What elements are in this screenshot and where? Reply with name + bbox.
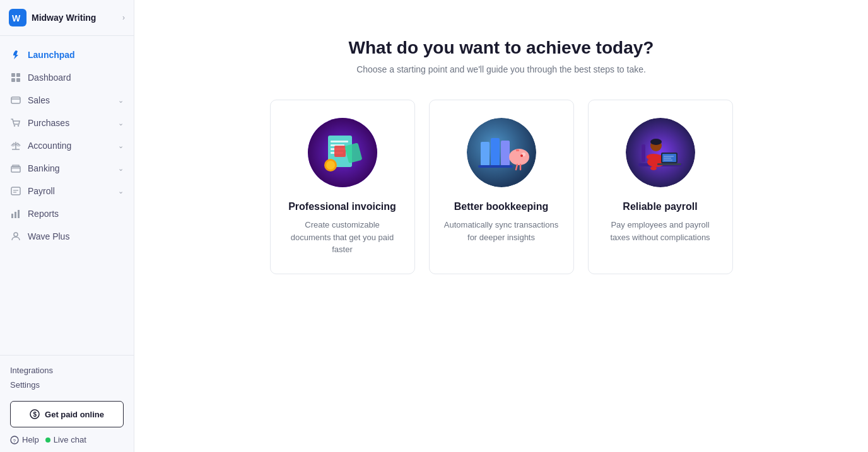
- bank-icon: [10, 163, 21, 174]
- help-icon: ?: [10, 436, 19, 444]
- page-subtitle: Choose a starting point and we'll guide …: [356, 64, 646, 74]
- sidebar-item-reports[interactable]: Reports: [0, 202, 134, 225]
- svg-point-9: [18, 125, 19, 126]
- svg-rect-29: [331, 141, 348, 142]
- sales-chevron-icon: ⌄: [118, 96, 124, 105]
- help-button[interactable]: ? Help: [10, 435, 39, 444]
- svg-rect-20: [15, 212, 16, 218]
- live-chat-label: Live chat: [54, 435, 86, 444]
- company-info[interactable]: W Midway Writing: [9, 9, 96, 26]
- svg-rect-44: [516, 149, 519, 151]
- sidebar-item-purchases-label: Purchases: [28, 118, 69, 128]
- payroll-title: Reliable payroll: [623, 201, 697, 212]
- banking-chevron-icon: ⌄: [118, 165, 124, 173]
- svg-rect-50: [642, 144, 645, 162]
- svg-rect-16: [11, 187, 20, 195]
- main-content: What do you want to achieve today? Choos…: [134, 0, 868, 452]
- sidebar-item-sales[interactable]: Sales ⌄: [0, 89, 134, 112]
- rocket-icon: [10, 49, 21, 61]
- scale-icon: [10, 140, 21, 151]
- card-bookkeeping[interactable]: Better bookkeeping Automatically sync tr…: [429, 100, 574, 274]
- sidebar-item-launchpad-label: Launchpad: [28, 50, 75, 60]
- payroll-chevron-icon: ⌄: [118, 187, 124, 195]
- invoicing-title: Professional invoicing: [288, 201, 396, 212]
- svg-rect-3: [16, 73, 20, 77]
- svg-rect-5: [16, 78, 20, 82]
- cards-container: Professional invoicing Create customizab…: [270, 100, 733, 274]
- sidebar-item-banking-label: Banking: [28, 163, 60, 173]
- sidebar-item-accounting[interactable]: Accounting ⌄: [0, 134, 134, 157]
- cart-icon: [10, 117, 21, 129]
- chart-icon: [10, 208, 21, 219]
- company-expand-icon[interactable]: ›: [122, 13, 125, 22]
- sidebar-item-dashboard-label: Dashboard: [28, 72, 71, 83]
- svg-rect-56: [657, 163, 681, 165]
- bookkeeping-title: Better bookkeeping: [454, 201, 548, 212]
- svg-point-35: [326, 161, 335, 170]
- card-payroll[interactable]: Reliable payroll Pay employees and payro…: [588, 100, 733, 274]
- sidebar-item-purchases[interactable]: Purchases ⌄: [0, 112, 134, 134]
- svg-point-53: [650, 139, 662, 145]
- sidebar-item-payroll[interactable]: Payroll ⌄: [0, 180, 134, 202]
- svg-point-47: [520, 154, 523, 157]
- sidebar-item-dashboard[interactable]: Dashboard: [0, 66, 134, 89]
- svg-rect-4: [11, 78, 15, 82]
- sidebar: W Midway Writing › Launchpad: [0, 0, 134, 452]
- settings-link[interactable]: Settings: [10, 378, 124, 392]
- sidebar-item-banking[interactable]: Banking ⌄: [0, 157, 134, 180]
- sidebar-item-accounting-label: Accounting: [28, 141, 71, 151]
- svg-rect-19: [11, 214, 13, 218]
- svg-rect-2: [11, 73, 15, 77]
- svg-rect-6: [11, 97, 20, 103]
- svg-rect-40: [501, 141, 510, 166]
- wave-logo-icon: W: [9, 9, 26, 26]
- sidebar-header[interactable]: W Midway Writing ›: [0, 0, 134, 36]
- accounting-chevron-icon: ⌄: [118, 142, 124, 150]
- person-icon: [10, 231, 21, 242]
- help-label: Help: [22, 435, 39, 444]
- svg-point-8: [14, 125, 15, 126]
- svg-point-60: [650, 166, 657, 170]
- footer-links: Integrations Settings: [10, 363, 124, 392]
- svg-point-48: [626, 118, 695, 187]
- svg-rect-38: [481, 142, 490, 166]
- grid-icon: [10, 72, 21, 83]
- page-title: What do you want to achieve today?: [349, 38, 654, 58]
- sidebar-item-wave-plus[interactable]: Wave Plus: [0, 225, 134, 248]
- payroll-desc: Pay employees and payroll taxes without …: [602, 219, 718, 243]
- online-indicator: [45, 438, 50, 443]
- bookkeeping-desc: Automatically sync transactions for deep…: [443, 219, 560, 243]
- sidebar-item-wave-plus-label: Wave Plus: [28, 231, 69, 241]
- sidebar-item-payroll-label: Payroll: [28, 186, 55, 196]
- invoicing-desc: Create customizable documents that get y…: [284, 219, 401, 256]
- company-name: Midway Writing: [32, 13, 96, 23]
- svg-text:?: ?: [13, 438, 16, 444]
- sidebar-item-sales-label: Sales: [28, 95, 50, 105]
- dollar-circle-icon: $: [30, 409, 40, 419]
- svg-point-22: [14, 233, 18, 236]
- tag-icon: [10, 95, 21, 106]
- svg-rect-41: [478, 165, 513, 168]
- purchases-chevron-icon: ⌄: [118, 119, 124, 127]
- sidebar-nav: Launchpad Dashboard: [0, 36, 134, 355]
- payroll-illustration: [626, 118, 695, 187]
- integrations-link[interactable]: Integrations: [10, 363, 124, 378]
- sidebar-item-launchpad[interactable]: Launchpad: [0, 43, 134, 66]
- svg-text:W: W: [12, 13, 21, 23]
- svg-point-13: [17, 145, 20, 146]
- invoicing-illustration: [308, 118, 377, 187]
- svg-point-12: [11, 145, 15, 146]
- card-invoicing[interactable]: Professional invoicing Create customizab…: [270, 100, 415, 274]
- svg-point-42: [509, 149, 529, 165]
- get-paid-button[interactable]: $ Get paid online: [10, 401, 124, 427]
- live-chat-button[interactable]: Live chat: [45, 435, 86, 444]
- sidebar-item-reports-label: Reports: [28, 209, 59, 219]
- bottom-actions: ? Help Live chat: [10, 435, 124, 444]
- svg-rect-21: [18, 210, 20, 218]
- payroll-icon: [10, 185, 21, 197]
- svg-rect-33: [334, 146, 346, 157]
- bookkeeping-illustration: [467, 118, 536, 187]
- sidebar-footer: Integrations Settings $ Get paid online …: [0, 355, 134, 452]
- svg-text:$: $: [33, 411, 37, 418]
- get-paid-label: Get paid online: [45, 410, 104, 419]
